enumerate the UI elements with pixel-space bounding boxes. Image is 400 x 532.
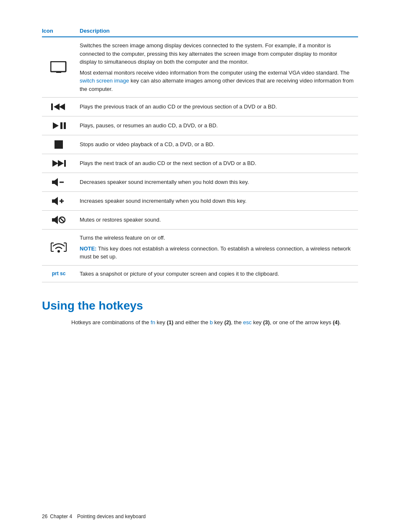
mute-icon [51,215,66,225]
svg-marker-10 [58,160,64,167]
monitor-icon [50,61,67,74]
col-icon-header: Icon [42,25,80,37]
desc-cell-stop: Stops audio or video playback of a CD, a… [80,135,358,154]
table-row: Decreases speaker sound incrementally wh… [42,173,358,192]
svg-rect-2 [51,103,53,110]
desc-monitor-p2: Most external monitors receive video inf… [80,69,354,93]
stop-icon [54,139,64,150]
svg-rect-1 [56,72,61,73]
svg-marker-14 [52,197,58,205]
desc-cell-vol-down: Decreases speaker sound incrementally wh… [80,173,358,192]
b-key-ref: b [210,319,213,325]
wireless-desc-p1: Turns the wireless feature on or off. [80,234,354,242]
footer-page-num: 26 [42,514,47,519]
footer-chapter: Chapter 4 [50,514,72,519]
icon-table: Icon Description Switches the sc [42,25,358,282]
prtsc-icon: prt sc [52,270,66,277]
icon-cell-mute [42,211,80,230]
svg-marker-5 [53,122,59,129]
svg-marker-9 [52,160,58,167]
svg-rect-6 [60,122,62,129]
switch-screen-image-link[interactable]: switch screen image [80,77,129,84]
icon-cell-wireless [42,230,80,266]
table-row: Plays the next track of an audio CD or t… [42,154,358,173]
icon-cell-playpause [42,116,80,135]
fn-num: (1) [167,319,174,325]
svg-marker-12 [52,178,58,186]
icon-cell-vol-down [42,173,80,192]
table-row: Stops audio or video playback of a CD, a… [42,135,358,154]
svg-marker-17 [52,216,58,224]
fn-key-ref: fn [151,319,155,325]
icon-cell-monitor [42,37,80,98]
svg-marker-3 [54,103,60,110]
wireless-note: NOTE: This key does not establish a wire… [80,245,354,261]
esc-num: (3) [263,319,270,325]
arrow-num: (4) [333,319,340,325]
svg-line-19 [60,218,64,222]
desc-cell-wireless: Turns the wireless feature on or off. NO… [80,230,358,266]
table-row: Switches the screen image among display … [42,37,358,98]
svg-rect-7 [64,122,66,129]
next-track-icon [51,158,66,168]
svg-point-20 [57,250,60,253]
note-label: NOTE: [80,245,96,252]
esc-key-ref: esc [243,319,252,325]
desc-cell-next: Plays the next track of an audio CD or t… [80,154,358,173]
desc-cell-prev: Plays the previous track of an audio CD … [80,98,358,116]
section-body: Hotkeys are combinations of the fn key (… [42,318,358,327]
icon-cell-prtsc: prt sc [42,265,80,282]
vol-down-icon [51,177,66,187]
table-row: Plays the previous track of an audio CD … [42,98,358,116]
table-row: prt sc Takes a snapshot or picture of yo… [42,265,358,282]
icon-cell-vol-up [42,192,80,211]
svg-marker-4 [59,103,65,110]
svg-rect-8 [55,140,63,149]
table-row: Turns the wireless feature on or off. NO… [42,230,358,266]
table-row: Plays, pauses, or resumes an audio CD, a… [42,116,358,135]
wireless-icon [50,241,68,253]
footer-chapter-title: Pointing devices and keyboard [77,514,145,519]
desc-cell-vol-up: Increases speaker sound incrementally wh… [80,192,358,211]
page: Icon Description Switches the sc [0,0,400,532]
svg-rect-11 [64,160,66,167]
desc-cell-monitor: Switches the screen image among display … [80,37,358,98]
table-row: Increases speaker sound incrementally wh… [42,192,358,211]
desc-cell-playpause: Plays, pauses, or resumes an audio CD, a… [80,116,358,135]
section-heading: Using the hotkeys [42,299,358,312]
vol-up-icon [51,196,66,206]
b-num: (2) [224,319,231,325]
play-pause-icon [51,121,66,131]
icon-cell-stop [42,135,80,154]
footer: 26 Chapter 4 Pointing devices and keyboa… [42,514,358,519]
desc-cell-prtsc: Takes a snapshot or picture of your comp… [80,265,358,282]
svg-rect-0 [51,62,66,72]
table-row: Mutes or restores speaker sound. [42,211,358,230]
prev-track-icon [51,102,66,112]
desc-monitor-p1: Switches the screen image among display … [80,41,354,66]
icon-cell-next [42,154,80,173]
hotkeys-description: Hotkeys are combinations of the fn key (… [71,318,358,327]
desc-cell-mute: Mutes or restores speaker sound. [80,211,358,230]
icon-cell-prev [42,98,80,116]
col-desc-header: Description [80,25,358,37]
